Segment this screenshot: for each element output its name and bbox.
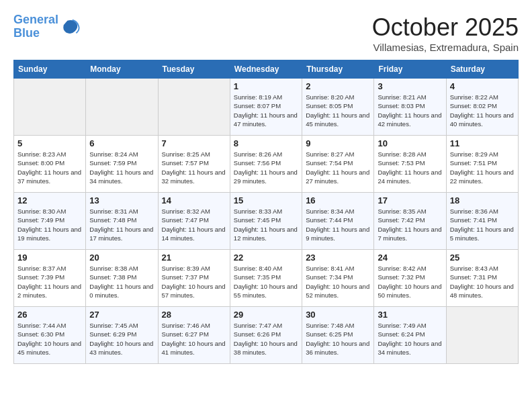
col-header-monday: Monday (86, 60, 158, 79)
day-cell: 1Sunrise: 8:19 AM Sunset: 8:07 PM Daylig… (230, 79, 302, 136)
week-row-4: 19Sunrise: 8:37 AM Sunset: 7:39 PM Dayli… (14, 250, 519, 307)
day-cell: 26Sunrise: 7:44 AM Sunset: 6:30 PM Dayli… (14, 307, 86, 364)
day-number: 27 (89, 310, 154, 320)
page-header: GeneralBlue October 2025 Villamesias, Ex… (13, 13, 519, 53)
day-number: 13 (89, 195, 154, 205)
week-row-2: 5Sunrise: 8:23 AM Sunset: 8:00 PM Daylig… (14, 136, 519, 193)
day-cell: 14Sunrise: 8:32 AM Sunset: 7:47 PM Dayli… (158, 193, 230, 250)
day-info: Sunrise: 8:37 AM Sunset: 7:39 PM Dayligh… (17, 264, 82, 300)
col-header-sunday: Sunday (14, 60, 86, 79)
day-info: Sunrise: 8:34 AM Sunset: 7:44 PM Dayligh… (306, 207, 370, 242)
day-number: 20 (89, 253, 154, 263)
day-cell: 11Sunrise: 8:29 AM Sunset: 7:51 PM Dayli… (446, 136, 518, 193)
day-info: Sunrise: 8:41 AM Sunset: 7:34 PM Dayligh… (306, 264, 370, 300)
day-number: 19 (17, 253, 82, 263)
day-number: 18 (450, 195, 515, 205)
day-cell: 16Sunrise: 8:34 AM Sunset: 7:44 PM Dayli… (302, 193, 374, 250)
day-number: 15 (234, 195, 298, 205)
month-title: October 2025 (372, 13, 519, 42)
day-info: Sunrise: 8:35 AM Sunset: 7:42 PM Dayligh… (378, 207, 442, 242)
day-number: 22 (234, 253, 298, 263)
day-number: 17 (378, 195, 442, 205)
day-info: Sunrise: 8:26 AM Sunset: 7:56 PM Dayligh… (234, 150, 298, 185)
day-info: Sunrise: 7:49 AM Sunset: 6:24 PM Dayligh… (378, 321, 442, 357)
day-number: 9 (306, 138, 370, 148)
day-info: Sunrise: 8:29 AM Sunset: 7:51 PM Dayligh… (450, 150, 515, 185)
header-row: SundayMondayTuesdayWednesdayThursdayFrid… (14, 60, 519, 79)
logo-text: GeneralBlue (13, 13, 58, 40)
week-row-3: 12Sunrise: 8:30 AM Sunset: 7:49 PM Dayli… (14, 193, 519, 250)
day-number: 30 (306, 310, 370, 320)
day-cell (446, 307, 518, 364)
day-info: Sunrise: 8:27 AM Sunset: 7:54 PM Dayligh… (306, 150, 370, 185)
location: Villamesias, Extremadura, Spain (372, 42, 519, 53)
day-info: Sunrise: 8:22 AM Sunset: 8:02 PM Dayligh… (450, 93, 515, 128)
day-cell: 18Sunrise: 8:36 AM Sunset: 7:41 PM Dayli… (446, 193, 518, 250)
day-info: Sunrise: 8:28 AM Sunset: 7:53 PM Dayligh… (378, 150, 442, 185)
col-header-saturday: Saturday (446, 60, 518, 79)
day-cell: 28Sunrise: 7:46 AM Sunset: 6:27 PM Dayli… (158, 307, 230, 364)
day-cell: 9Sunrise: 8:27 AM Sunset: 7:54 PM Daylig… (302, 136, 374, 193)
day-info: Sunrise: 8:25 AM Sunset: 7:57 PM Dayligh… (162, 150, 226, 185)
week-row-1: 1Sunrise: 8:19 AM Sunset: 8:07 PM Daylig… (14, 79, 519, 136)
logo-icon (61, 17, 80, 36)
col-header-wednesday: Wednesday (230, 60, 302, 79)
day-number: 23 (306, 253, 370, 263)
day-cell: 24Sunrise: 8:42 AM Sunset: 7:32 PM Dayli… (374, 250, 446, 307)
day-info: Sunrise: 7:47 AM Sunset: 6:26 PM Dayligh… (234, 321, 298, 357)
day-cell: 29Sunrise: 7:47 AM Sunset: 6:26 PM Dayli… (230, 307, 302, 364)
day-cell: 30Sunrise: 7:48 AM Sunset: 6:25 PM Dayli… (302, 307, 374, 364)
day-info: Sunrise: 8:38 AM Sunset: 7:38 PM Dayligh… (89, 264, 154, 300)
day-cell: 20Sunrise: 8:38 AM Sunset: 7:38 PM Dayli… (86, 250, 158, 307)
col-header-friday: Friday (374, 60, 446, 79)
day-number: 26 (17, 310, 82, 320)
day-info: Sunrise: 8:43 AM Sunset: 7:31 PM Dayligh… (450, 264, 515, 300)
logo: GeneralBlue (13, 13, 80, 40)
day-number: 7 (162, 138, 226, 148)
week-row-5: 26Sunrise: 7:44 AM Sunset: 6:30 PM Dayli… (14, 307, 519, 364)
day-number: 21 (162, 253, 226, 263)
day-info: Sunrise: 8:21 AM Sunset: 8:03 PM Dayligh… (378, 93, 442, 128)
col-header-tuesday: Tuesday (158, 60, 230, 79)
day-info: Sunrise: 8:32 AM Sunset: 7:47 PM Dayligh… (162, 207, 226, 242)
day-number: 6 (89, 138, 154, 148)
day-number: 8 (234, 138, 298, 148)
day-cell: 17Sunrise: 8:35 AM Sunset: 7:42 PM Dayli… (374, 193, 446, 250)
day-cell: 3Sunrise: 8:21 AM Sunset: 8:03 PM Daylig… (374, 79, 446, 136)
day-number: 31 (378, 310, 442, 320)
day-info: Sunrise: 8:40 AM Sunset: 7:35 PM Dayligh… (234, 264, 298, 300)
day-cell: 15Sunrise: 8:33 AM Sunset: 7:45 PM Dayli… (230, 193, 302, 250)
day-cell (86, 79, 158, 136)
day-info: Sunrise: 8:42 AM Sunset: 7:32 PM Dayligh… (378, 264, 442, 300)
day-info: Sunrise: 8:33 AM Sunset: 7:45 PM Dayligh… (234, 207, 298, 242)
calendar-table: SundayMondayTuesdayWednesdayThursdayFrid… (13, 60, 519, 364)
day-info: Sunrise: 7:46 AM Sunset: 6:27 PM Dayligh… (162, 321, 226, 357)
day-cell: 19Sunrise: 8:37 AM Sunset: 7:39 PM Dayli… (14, 250, 86, 307)
day-cell: 2Sunrise: 8:20 AM Sunset: 8:05 PM Daylig… (302, 79, 374, 136)
day-info: Sunrise: 8:20 AM Sunset: 8:05 PM Dayligh… (306, 93, 370, 128)
day-cell: 13Sunrise: 8:31 AM Sunset: 7:48 PM Dayli… (86, 193, 158, 250)
day-number: 3 (378, 81, 442, 91)
day-number: 4 (450, 81, 515, 91)
day-number: 24 (378, 253, 442, 263)
day-number: 11 (450, 138, 515, 148)
day-number: 12 (17, 195, 82, 205)
day-info: Sunrise: 7:44 AM Sunset: 6:30 PM Dayligh… (17, 321, 82, 357)
day-info: Sunrise: 8:31 AM Sunset: 7:48 PM Dayligh… (89, 207, 154, 242)
day-cell: 4Sunrise: 8:22 AM Sunset: 8:02 PM Daylig… (446, 79, 518, 136)
day-cell: 7Sunrise: 8:25 AM Sunset: 7:57 PM Daylig… (158, 136, 230, 193)
day-cell: 10Sunrise: 8:28 AM Sunset: 7:53 PM Dayli… (374, 136, 446, 193)
col-header-thursday: Thursday (302, 60, 374, 79)
day-number: 14 (162, 195, 226, 205)
day-number: 2 (306, 81, 370, 91)
day-cell (14, 79, 86, 136)
day-info: Sunrise: 8:24 AM Sunset: 7:59 PM Dayligh… (89, 150, 154, 185)
day-info: Sunrise: 7:48 AM Sunset: 6:25 PM Dayligh… (306, 321, 370, 357)
day-cell: 6Sunrise: 8:24 AM Sunset: 7:59 PM Daylig… (86, 136, 158, 193)
day-cell: 5Sunrise: 8:23 AM Sunset: 8:00 PM Daylig… (14, 136, 86, 193)
day-number: 25 (450, 253, 515, 263)
day-number: 1 (234, 81, 298, 91)
day-cell: 25Sunrise: 8:43 AM Sunset: 7:31 PM Dayli… (446, 250, 518, 307)
day-number: 29 (234, 310, 298, 320)
day-number: 28 (162, 310, 226, 320)
